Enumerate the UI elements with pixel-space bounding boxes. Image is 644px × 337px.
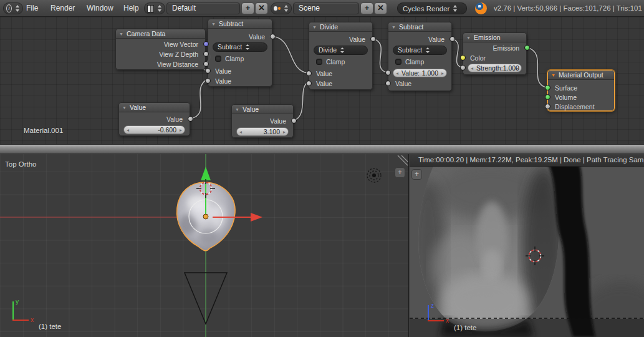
slider-left-icon[interactable]: ◂ xyxy=(239,129,242,136)
value-amount: 3.100 xyxy=(264,128,280,135)
input-displacement: Displacement xyxy=(548,102,614,111)
socket-subtract1-value1-in[interactable] xyxy=(205,68,211,74)
viewport-3d[interactable]: y x Top Ortho (1) tete + xyxy=(0,154,409,337)
screen-layout-selector[interactable] xyxy=(144,2,165,14)
node-subtract-2[interactable]: ▼Subtract Value Subtract Clamp ◂ Value: … xyxy=(388,22,452,91)
object-origin-dot xyxy=(203,214,208,219)
socket-value2-out[interactable] xyxy=(291,118,297,124)
input-color: Color xyxy=(463,54,526,62)
socket-displacement-in[interactable] xyxy=(545,104,550,109)
node-value-2[interactable]: ▼Value Value ◂ 3.100 ▸ xyxy=(231,104,294,138)
socket-subtract2-value1-in[interactable] xyxy=(385,70,391,76)
screen-layout-name-field[interactable]: Default xyxy=(166,2,240,14)
expand-panel-button[interactable]: + xyxy=(395,167,405,178)
render-preview-viewport[interactable]: Time:00:00.20 | Mem:17.22M, Peak:19.25M … xyxy=(410,154,644,337)
operation-dropdown[interactable]: Divide xyxy=(314,46,368,55)
socket-strength-in[interactable] xyxy=(460,65,466,71)
value-input-slider[interactable]: ◂ Value: 1.000 ▸ xyxy=(393,69,447,77)
render-engine-dropdown[interactable]: Cycles Render xyxy=(397,2,467,14)
expand-panel-button[interactable]: + xyxy=(411,169,422,180)
blender-logo-icon xyxy=(475,2,487,14)
menu-render[interactable]: Render xyxy=(50,4,75,12)
node-material-output[interactable]: ▼Material Output Surface Volume Displace… xyxy=(547,70,615,111)
strength-slider[interactable]: ◂ Strength: 1.000 ▸ xyxy=(468,64,522,72)
node-header[interactable]: ▼Emission xyxy=(463,33,526,42)
operation-label: Subtract xyxy=(218,43,242,51)
viewport-3d-canvas: y x xyxy=(0,154,409,337)
socket-subtract1-value2-in[interactable] xyxy=(205,78,211,84)
editor-type-button[interactable]: i xyxy=(3,2,23,14)
collapse-icon[interactable]: ▼ xyxy=(392,22,396,32)
node-header[interactable]: ▼Subtract xyxy=(388,22,451,32)
render-result-image: z x xyxy=(410,167,644,337)
clamp-checkbox[interactable] xyxy=(395,59,401,65)
view-name-label: Top Ortho xyxy=(5,160,37,168)
slider-right-icon[interactable]: ▸ xyxy=(283,129,286,136)
socket-value1-out[interactable] xyxy=(188,116,193,122)
area-corner-grip[interactable] xyxy=(398,155,408,165)
operation-dropdown[interactable]: Subtract xyxy=(213,42,267,52)
lamp-object[interactable] xyxy=(367,168,381,182)
node-header[interactable]: ▼Value xyxy=(119,103,190,112)
value-slider[interactable]: ◂ -0.600 ▸ xyxy=(123,125,185,134)
socket-divide-value-out[interactable] xyxy=(370,36,376,42)
slider-left-icon[interactable]: ◂ xyxy=(127,127,129,134)
slider-right-icon[interactable]: ▸ xyxy=(516,65,519,72)
collapse-icon[interactable]: ▼ xyxy=(122,103,127,112)
node-header[interactable]: ▼Subtract xyxy=(208,19,272,29)
value-slider[interactable]: ◂ 3.100 ▸ xyxy=(236,127,289,136)
node-emission[interactable]: ▼Emission Emission Color ◂ Strength: 1.0… xyxy=(463,32,527,75)
scene-name-field[interactable]: Scene xyxy=(293,2,359,14)
socket-view-vector-out[interactable] xyxy=(203,41,209,47)
slider-left-icon[interactable]: ◂ xyxy=(471,65,473,72)
axis-z-label: z xyxy=(431,302,434,309)
slider-right-icon[interactable]: ▸ xyxy=(441,70,444,77)
node-camera-data[interactable]: ▼Camera Data View Vector View Z Depth Vi… xyxy=(115,29,206,70)
collapse-icon[interactable]: ▼ xyxy=(235,105,239,114)
collapse-icon[interactable]: ▼ xyxy=(551,71,555,80)
node-header[interactable]: ▼Divide xyxy=(309,22,372,32)
socket-divide-value2-in[interactable] xyxy=(306,81,312,86)
value-amount: -0.600 xyxy=(158,126,176,134)
close-scene-button[interactable]: ✕ xyxy=(374,2,387,14)
collapse-icon[interactable]: ▼ xyxy=(119,29,123,39)
socket-view-z-depth-out[interactable] xyxy=(203,51,209,57)
node-header[interactable]: ▼Value xyxy=(232,105,293,114)
socket-divide-value1-in[interactable] xyxy=(306,71,312,76)
menu-window[interactable]: Window xyxy=(87,4,113,12)
socket-emission-out[interactable] xyxy=(524,45,530,51)
node-editor-header-bar[interactable] xyxy=(0,144,644,154)
socket-volume-in[interactable] xyxy=(545,94,550,100)
collapse-icon[interactable]: ▼ xyxy=(312,22,317,32)
collapse-icon[interactable]: ▼ xyxy=(211,19,216,29)
node-header[interactable]: ▼Material Output xyxy=(548,71,614,80)
scene-selector[interactable] xyxy=(271,2,292,14)
value-amount: 1.000 xyxy=(422,69,438,77)
slider-right-icon[interactable]: ▸ xyxy=(180,127,182,134)
chevron-updown-icon xyxy=(16,5,20,12)
add-scene-button[interactable]: + xyxy=(360,2,373,14)
clamp-checkbox[interactable] xyxy=(316,59,322,65)
socket-subtract2-value2-in[interactable] xyxy=(385,81,391,86)
node-editor[interactable]: ▼Camera Data View Vector View Z Depth Vi… xyxy=(0,17,644,144)
socket-view-distance-out[interactable] xyxy=(203,61,209,67)
clamp-checkbox[interactable] xyxy=(215,56,221,62)
output-view-vector: View Vector xyxy=(116,40,205,49)
socket-color-in[interactable] xyxy=(460,55,466,61)
collapse-icon[interactable]: ▼ xyxy=(466,33,471,42)
socket-surface-in[interactable] xyxy=(545,85,550,90)
socket-subtract2-value-out[interactable] xyxy=(449,36,455,42)
menu-help[interactable]: Help xyxy=(123,4,139,12)
slider-left-icon[interactable]: ◂ xyxy=(396,70,398,77)
node-header[interactable]: ▼Camera Data xyxy=(116,29,205,39)
close-layout-button[interactable]: ✕ xyxy=(255,2,268,14)
node-value-1[interactable]: ▼Value Value ◂ -0.600 ▸ xyxy=(118,102,190,136)
menu-file[interactable]: File xyxy=(26,4,38,12)
operation-dropdown[interactable]: Subtract xyxy=(393,46,447,55)
socket-subtract1-value-out[interactable] xyxy=(270,34,276,39)
add-layout-button[interactable]: + xyxy=(241,2,254,14)
blender-window: i File Render Window Help Default + ✕ Sc… xyxy=(0,0,644,337)
node-subtract-1[interactable]: ▼Subtract Value Subtract Clamp Value Val… xyxy=(208,19,272,87)
top-menu-bar: i File Render Window Help Default + ✕ Sc… xyxy=(0,0,644,17)
node-divide[interactable]: ▼Divide Value Divide Clamp Value Value xyxy=(309,22,373,90)
